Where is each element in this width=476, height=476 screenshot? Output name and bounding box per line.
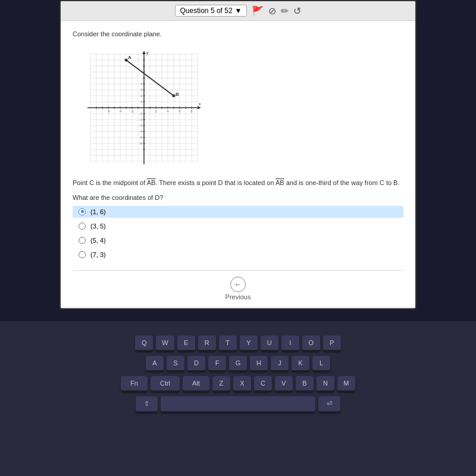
key-z[interactable]: Z [212,376,230,392]
laptop-screen: Question 5 of 52 ▼ 🚩 ⊘ ✏ ↺ Consider the … [60,0,416,309]
radio-0 [79,208,86,215]
key-f[interactable]: F [208,356,226,371]
key-u[interactable]: U [261,336,278,351]
key-enter[interactable]: ⏎ [318,396,340,412]
svg-text:1: 1 [140,100,142,104]
key-s[interactable]: S [167,356,184,371]
radio-1 [79,223,86,230]
svg-text:x: x [199,102,201,106]
key-fn[interactable]: Fn [121,376,148,392]
key-o[interactable]: O [302,336,320,351]
question-label: Question 5 of 52 [180,7,233,15]
answer-option-1[interactable]: (3, 5) [73,220,403,232]
previous-button[interactable]: ← Previous [226,277,251,300]
svg-marker-40 [198,106,201,109]
key-k[interactable]: K [292,356,309,371]
answer-label-0: (1, 6) [90,208,106,215]
answer-label-3: (7, 3) [90,251,106,258]
answer-option-3[interactable]: (7, 3) [73,249,403,261]
flag-icon[interactable]: 🚩 [252,5,264,17]
key-a[interactable]: A [146,356,164,371]
radio-3 [79,251,86,258]
svg-text:-1: -1 [139,112,142,115]
coordinate-plane: x y [84,48,203,167]
keyboard: Q W E R T Y U I O P A S D F G H J K L Fn… [0,321,476,476]
problem-text-1: Point C is the midpoint of [73,179,147,186]
skip-icon[interactable]: ⊘ [268,5,276,17]
edit-icon[interactable]: ✏ [281,5,289,17]
key-i[interactable]: I [281,336,299,351]
key-ctrl[interactable]: Ctrl [151,376,180,392]
svg-text:-2: -2 [131,109,134,113]
key-l[interactable]: L [312,356,330,371]
svg-text:6: 6 [178,109,180,113]
toolbar-icons: 🚩 ⊘ ✏ ↺ [252,5,301,17]
key-v[interactable]: V [275,376,293,392]
problem-text-2: . There exists a point D that is located… [155,179,275,186]
svg-text:4: 4 [140,82,142,86]
svg-text:-4: -4 [119,109,122,113]
answer-label-1: (3, 5) [90,223,106,230]
svg-text:4: 4 [167,109,168,113]
graph-container: x y [84,48,203,170]
key-x[interactable]: X [233,376,251,392]
key-p[interactable]: P [323,336,341,351]
key-w[interactable]: W [156,336,174,351]
svg-text:-6: -6 [139,142,142,145]
svg-text:B: B [176,92,179,97]
dropdown-arrow: ▼ [235,7,242,15]
previous-icon: ← [230,277,246,292]
prompt-label: Consider the coordinate plane. [73,30,403,37]
previous-label: Previous [226,293,251,300]
svg-text:-4: -4 [139,130,142,133]
answer-choices: (1, 6) (3, 5) (5, 4) (7, 3) [73,206,403,261]
svg-text:-2: -2 [139,118,142,121]
svg-text:8: 8 [190,109,192,113]
key-space[interactable] [161,396,315,412]
key-d[interactable]: D [187,356,205,371]
svg-point-95 [173,95,176,98]
svg-text:-6: -6 [107,109,110,113]
answer-label-2: (5, 4) [90,237,106,244]
question-selector[interactable]: Question 5 of 52 ▼ [175,5,248,17]
svg-text:-3: -3 [139,124,142,127]
keyboard-row-4: ⇧ ⏎ [0,394,476,415]
key-b[interactable]: B [296,376,314,392]
key-c[interactable]: C [254,376,272,392]
key-y[interactable]: Y [240,336,258,351]
content-area: Consider the coordinate plane. [61,21,415,306]
key-e[interactable]: E [177,336,195,351]
segment-ab: AB [147,179,156,186]
keyboard-row-2: A S D F G H J K L [0,353,476,374]
key-g[interactable]: G [229,356,247,371]
key-h[interactable]: H [250,356,268,371]
key-m[interactable]: M [337,376,355,392]
problem-text-3: and is one-third of the way from C to B. [284,179,400,186]
svg-text:2: 2 [140,94,142,98]
problem-text: Point C is the midpoint of AB. There exi… [73,178,403,188]
key-q[interactable]: Q [135,336,153,351]
keyboard-row-3: Fn Ctrl Alt Z X C V B N M [0,374,476,394]
question-label: What are the coordinates of D? [73,194,403,201]
key-r[interactable]: R [198,336,216,351]
svg-text:-5: -5 [139,136,142,139]
svg-text:2: 2 [155,109,156,113]
key-j[interactable]: J [271,356,289,371]
answer-option-0[interactable]: (1, 6) [73,206,403,218]
key-alt-left[interactable]: Alt [183,376,209,392]
key-t[interactable]: T [219,336,237,351]
svg-point-93 [125,59,128,62]
key-n[interactable]: N [317,376,334,392]
radio-2 [79,237,86,244]
reset-icon[interactable]: ↺ [293,5,301,17]
segment-ab2: AB [275,179,284,186]
key-caps[interactable]: ⇧ [136,396,158,412]
svg-text:A: A [128,55,131,60]
nav-area: ← Previous [73,270,403,300]
answer-option-2[interactable]: (5, 4) [73,234,403,246]
svg-text:y: y [146,51,149,55]
svg-text:3: 3 [140,88,142,92]
keyboard-row-1: Q W E R T Y U I O P [0,333,476,353]
svg-marker-41 [142,51,146,54]
toolbar: Question 5 of 52 ▼ 🚩 ⊘ ✏ ↺ [61,1,415,21]
